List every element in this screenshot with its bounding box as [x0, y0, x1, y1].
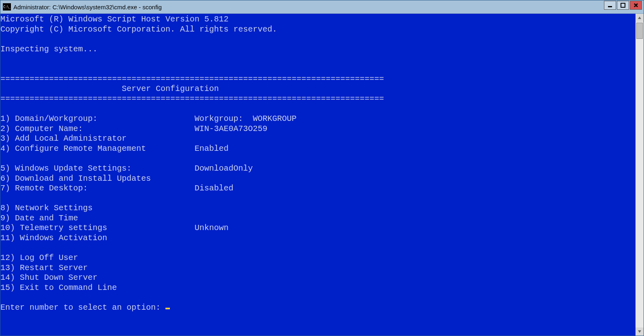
window-controls [603, 0, 644, 13]
close-button[interactable] [630, 1, 642, 10]
copyright-line: Copyright (C) Microsoft Corporation. All… [0, 25, 277, 34]
window-title: Administrator: C:\Windows\system32\cmd.e… [13, 4, 603, 11]
script-host-line: Microsoft (R) Windows Script Host Versio… [0, 15, 229, 24]
scroll-thumb[interactable] [636, 23, 643, 39]
scroll-up-button[interactable] [636, 14, 644, 22]
titlebar[interactable]: C:\_ Administrator: C:\Windows\system32\… [0, 0, 644, 14]
window-frame: C:\_ Administrator: C:\Windows\system32\… [0, 0, 644, 336]
menu-item-exit: 15) Exit to Command Line [0, 283, 117, 292]
svg-rect-0 [608, 6, 612, 7]
menu-item-add-admin: 3) Add Local Administrator [0, 134, 127, 143]
menu-item-install-updates: 6) Download and Install Updates [0, 174, 151, 183]
divider-top: ========================================… [0, 74, 384, 84]
menu-item-remote-desktop: 7) Remote Desktop: Disabled [0, 184, 233, 193]
maximize-button[interactable] [617, 1, 629, 10]
vertical-scrollbar[interactable] [636, 14, 644, 336]
menu-item-logoff: 12) Log Off User [0, 253, 78, 262]
svg-rect-1 [621, 3, 625, 7]
menu-item-domain: 1) Domain/Workgroup: Workgroup: WORKGROU… [0, 114, 297, 123]
minimize-icon [607, 2, 613, 8]
menu-item-computer-name: 2) Computer Name: WIN-3AE0A73O259 [0, 124, 267, 133]
menu-item-datetime: 9) Date and Time [0, 213, 78, 223]
inspecting-line: Inspecting system... [0, 44, 97, 54]
menu-item-remote-mgmt: 4) Configure Remote Management Enabled [0, 144, 229, 153]
minimize-button[interactable] [604, 1, 616, 10]
prompt-text: Enter number to select an option: [0, 303, 165, 312]
config-title: Server Configuration [0, 84, 219, 93]
scroll-down-button[interactable] [636, 328, 644, 336]
chevron-down-icon [638, 330, 641, 333]
cursor [165, 308, 170, 309]
terminal-output[interactable]: Microsoft (R) Windows Script Host Versio… [0, 14, 636, 336]
chevron-up-icon [638, 17, 641, 19]
menu-item-network: 8) Network Settings [0, 203, 93, 213]
maximize-icon [620, 2, 626, 8]
cmd-icon: C:\_ [3, 3, 11, 11]
content-area: Microsoft (R) Windows Script Host Versio… [0, 14, 644, 336]
menu-item-telemetry: 10) Telemetry settings Unknown [0, 223, 229, 232]
menu-item-shutdown: 14) Shut Down Server [0, 273, 97, 282]
divider-bottom: ========================================… [0, 94, 384, 104]
menu-item-update-settings: 5) Windows Update Settings: DownloadOnly [0, 164, 253, 173]
menu-item-restart: 13) Restart Server [0, 263, 88, 273]
menu-item-activation: 11) Windows Activation [0, 233, 107, 243]
close-icon [633, 2, 639, 8]
